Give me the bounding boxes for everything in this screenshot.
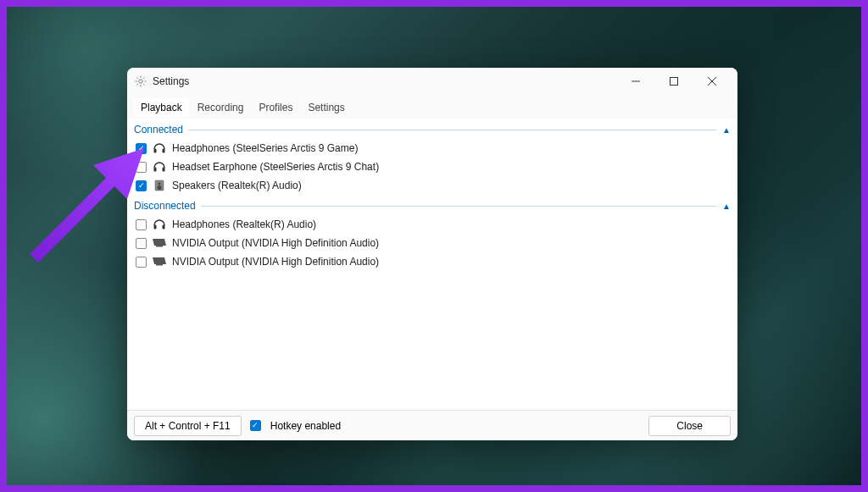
tab-playback[interactable]: Playback: [134, 98, 189, 117]
device-row[interactable]: Headphones (SteelSeries Arctis 9 Game): [134, 139, 731, 158]
device-label: Headphones (Realtek(R) Audio): [172, 218, 316, 230]
headphones-icon: [152, 218, 167, 231]
group-divider: [201, 206, 717, 207]
device-checkbox[interactable]: [136, 219, 147, 230]
window-title: Settings: [153, 75, 189, 87]
minimize-button[interactable]: [616, 69, 654, 94]
svg-point-19: [158, 185, 162, 190]
app-icon: [134, 75, 147, 88]
hotkey-enabled-label: Hotkey enabled: [270, 420, 341, 432]
speaker-icon: [152, 179, 167, 192]
chevron-up-icon: ▲: [722, 202, 731, 211]
device-label: Headphones (SteelSeries Arctis 9 Game): [172, 142, 358, 154]
monitor-icon: [152, 255, 167, 268]
device-list-panel: Connected▲Headphones (SteelSeries Arctis…: [127, 119, 737, 410]
svg-line-6: [143, 84, 144, 85]
footer: Alt + Control + F11 Hotkey enabled Close: [127, 410, 737, 440]
device-row[interactable]: Speakers (Realtek(R) Audio): [134, 176, 731, 195]
window-controls: [616, 69, 731, 94]
device-checkbox[interactable]: [136, 143, 147, 154]
svg-rect-23: [156, 264, 163, 266]
svg-line-8: [143, 77, 144, 78]
device-checkbox[interactable]: [136, 180, 147, 191]
tab-bar: PlaybackRecordingProfilesSettings: [127, 95, 737, 119]
group-header-connected[interactable]: Connected▲: [134, 120, 731, 139]
svg-rect-14: [163, 149, 165, 153]
device-label: NVIDIA Output (NVIDIA High Definition Au…: [172, 256, 379, 268]
svg-line-5: [136, 77, 137, 78]
svg-point-0: [139, 79, 142, 82]
monitor-icon: [152, 236, 167, 250]
device-row[interactable]: NVIDIA Output (NVIDIA High Definition Au…: [134, 252, 731, 271]
group-title: Disconnected: [134, 200, 196, 212]
svg-rect-15: [154, 168, 157, 172]
close-button[interactable]: Close: [648, 416, 731, 436]
device-row[interactable]: NVIDIA Output (NVIDIA High Definition Au…: [134, 234, 731, 252]
device-label: Speakers (Realtek(R) Audio): [172, 180, 302, 191]
hotkey-enabled-group: Hotkey enabled: [250, 420, 341, 432]
titlebar[interactable]: Settings: [127, 68, 737, 95]
group-title: Connected: [134, 124, 183, 135]
device-checkbox[interactable]: [136, 238, 147, 249]
chevron-up-icon: ▲: [722, 125, 731, 135]
device-checkbox[interactable]: [136, 162, 147, 173]
svg-line-7: [136, 84, 137, 85]
svg-rect-22: [156, 246, 163, 247]
hotkey-button[interactable]: Alt + Control + F11: [134, 416, 242, 436]
settings-window: Settings PlaybackRecordingProfilesSettin…: [127, 68, 737, 440]
device-label: Headset Earphone (SteelSeries Arctis 9 C…: [172, 161, 379, 173]
svg-rect-13: [154, 149, 157, 153]
tab-settings[interactable]: Settings: [301, 98, 351, 117]
svg-rect-10: [670, 77, 677, 85]
headphones-icon: [152, 141, 167, 155]
svg-point-18: [159, 183, 161, 185]
device-label: NVIDIA Output (NVIDIA High Definition Au…: [172, 237, 379, 249]
device-row[interactable]: Headset Earphone (SteelSeries Arctis 9 C…: [134, 158, 731, 176]
hotkey-enabled-checkbox[interactable]: [250, 420, 261, 431]
device-checkbox[interactable]: [136, 257, 147, 268]
tab-profiles[interactable]: Profiles: [252, 98, 299, 117]
svg-rect-20: [154, 225, 157, 229]
device-row[interactable]: Headphones (Realtek(R) Audio): [134, 215, 731, 234]
group-divider: [188, 130, 717, 130]
tab-recording[interactable]: Recording: [191, 98, 251, 117]
group-header-disconnected[interactable]: Disconnected▲: [134, 196, 731, 215]
headphones-icon: [152, 160, 167, 174]
maximize-button[interactable]: [654, 69, 693, 94]
svg-rect-21: [163, 225, 165, 229]
svg-rect-16: [163, 168, 165, 172]
close-window-button[interactable]: [693, 69, 731, 94]
